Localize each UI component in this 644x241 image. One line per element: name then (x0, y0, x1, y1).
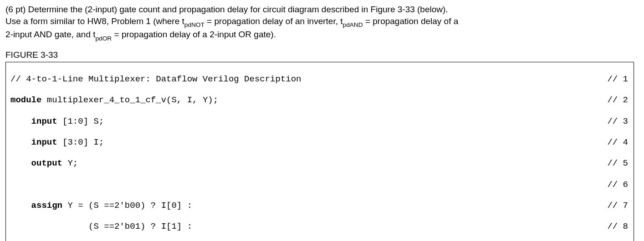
code-line-8: (S ==2'b01) ? I[1] :// 8 (10, 221, 629, 232)
kw-input: input (31, 137, 57, 147)
line-num-6: // 6 (607, 180, 629, 190)
question-line2c: = propagation delay of a (363, 16, 459, 26)
question-text: (6 pt) Determine the (2-input) gate coun… (5, 4, 639, 42)
code-line-6: // 6 (10, 180, 629, 190)
figure-label: FIGURE 3-33 (5, 49, 639, 61)
line-num-3: // 3 (607, 116, 629, 127)
question-line2a: Use a form similar to HW8, Problem 1 (wh… (5, 16, 184, 26)
sub-pdnot: pdNOT (184, 21, 204, 28)
kw-assign: assign (31, 201, 62, 211)
line-num-5: // 5 (607, 158, 629, 169)
kw-input: input (31, 116, 57, 126)
code-line-1: // 4-to-1-Line Multiplexer: Dataflow Ver… (10, 74, 629, 85)
question-line3a: 2-input AND gate, and t (5, 30, 96, 39)
code-line-7: assign Y = (S ==2'b00) ? I[0] :// 7 (10, 201, 629, 211)
line-num-8: // 8 (607, 221, 629, 232)
kw-module: module (10, 95, 41, 105)
line-num-7: // 7 (607, 201, 629, 211)
line-num-4: // 4 (607, 137, 629, 148)
question-line2b: = propagation delay of an inverter, t (204, 16, 343, 26)
line-num-1: // 1 (607, 74, 629, 85)
code-line-3: input [1:0] S;// 3 (10, 116, 629, 127)
code-line-5: output Y;// 5 (10, 158, 629, 169)
question-line3b: = propagation delay of a 2-input OR gate… (112, 30, 276, 39)
line-num-2: // 2 (607, 95, 629, 105)
code-line-4: input [3:0] I;// 4 (10, 137, 629, 148)
kw-output: output (31, 158, 62, 168)
question-line1: (6 pt) Determine the (2-input) gate coun… (5, 5, 448, 14)
sub-pdand: pdAND (343, 21, 363, 28)
code-figure: // 4-to-1-Line Multiplexer: Dataflow Ver… (5, 62, 634, 241)
code-line-2: module multiplexer_4_to_1_cf_v(S, I, Y);… (10, 95, 629, 105)
sub-pdor: pdOR (96, 35, 112, 42)
